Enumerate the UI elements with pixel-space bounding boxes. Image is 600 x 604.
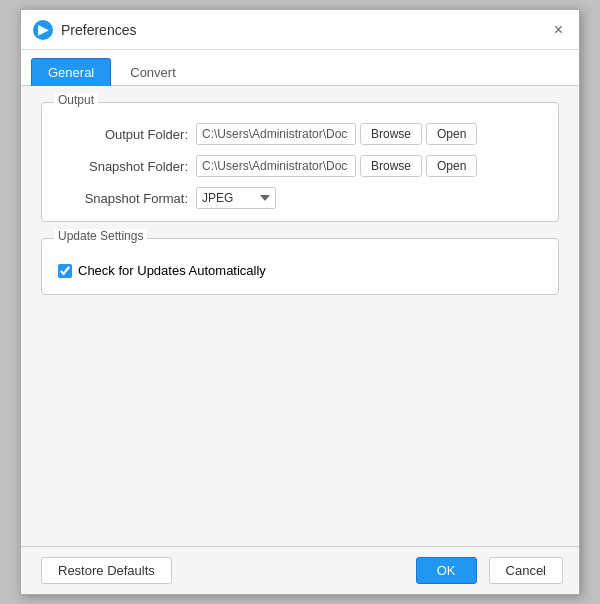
ok-button[interactable]: OK <box>416 557 477 584</box>
output-section-title: Output <box>54 93 98 107</box>
app-icon-label: ▶ <box>38 22 48 37</box>
dialog-title: Preferences <box>61 22 136 38</box>
update-section-body: Check for Updates Automatically <box>58 259 542 282</box>
output-folder-label: Output Folder: <box>58 127 188 142</box>
snapshot-folder-row: Snapshot Folder: C:\Users\Administrator\… <box>58 155 542 177</box>
preferences-dialog: ▶ Preferences × General Convert Output O… <box>20 9 580 595</box>
output-section-body: Output Folder: C:\Users\Administrator\Do… <box>58 123 542 209</box>
snapshot-folder-browse-button[interactable]: Browse <box>360 155 422 177</box>
tab-convert[interactable]: Convert <box>113 58 193 86</box>
cancel-button[interactable]: Cancel <box>489 557 563 584</box>
tab-bar: General Convert <box>21 50 579 86</box>
snapshot-folder-label: Snapshot Folder: <box>58 159 188 174</box>
footer: Restore Defaults OK Cancel <box>21 546 579 594</box>
check-updates-label: Check for Updates Automatically <box>78 263 266 278</box>
close-button[interactable]: × <box>550 20 567 40</box>
content-area: Output Output Folder: C:\Users\Administr… <box>21 86 579 546</box>
snapshot-format-row: Snapshot Format: JPEG PNG BMP <box>58 187 542 209</box>
footer-right: OK Cancel <box>412 557 563 584</box>
snapshot-format-select[interactable]: JPEG PNG BMP <box>196 187 276 209</box>
snapshot-format-wrapper: JPEG PNG BMP <box>196 187 276 209</box>
app-icon: ▶ <box>33 20 53 40</box>
check-updates-row: Check for Updates Automatically <box>58 259 542 282</box>
output-folder-value: C:\Users\Administrator\Doc <box>196 123 356 145</box>
update-section-title: Update Settings <box>54 229 147 243</box>
output-folder-row: Output Folder: C:\Users\Administrator\Do… <box>58 123 542 145</box>
snapshot-format-label: Snapshot Format: <box>58 191 188 206</box>
update-section: Update Settings Check for Updates Automa… <box>41 238 559 295</box>
tab-general[interactable]: General <box>31 58 111 86</box>
title-bar: ▶ Preferences × <box>21 10 579 50</box>
restore-defaults-button[interactable]: Restore Defaults <box>41 557 172 584</box>
snapshot-folder-value: C:\Users\Administrator\Doc <box>196 155 356 177</box>
check-updates-checkbox[interactable] <box>58 264 72 278</box>
title-bar-left: ▶ Preferences <box>33 20 136 40</box>
output-folder-browse-button[interactable]: Browse <box>360 123 422 145</box>
snapshot-folder-open-button[interactable]: Open <box>426 155 477 177</box>
output-folder-open-button[interactable]: Open <box>426 123 477 145</box>
output-section: Output Output Folder: C:\Users\Administr… <box>41 102 559 222</box>
